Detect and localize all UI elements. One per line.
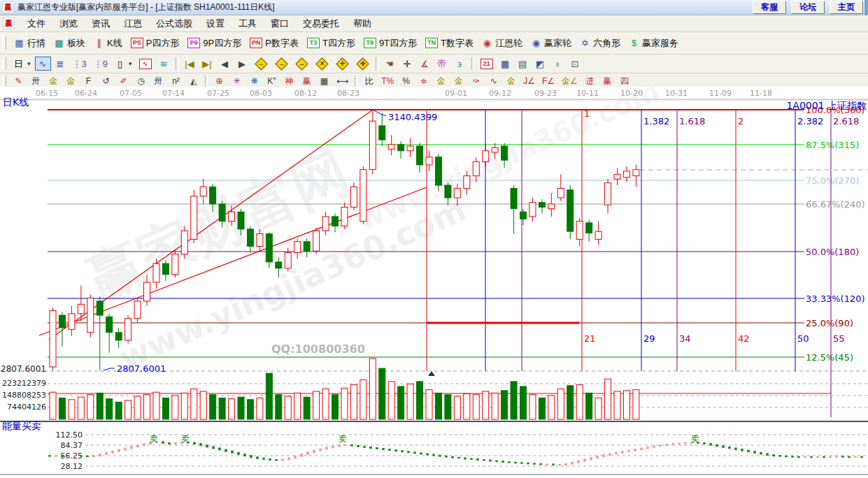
gold-lines-button[interactable]: 金	[450, 75, 467, 88]
gold-ray-button[interactable]: 金∠	[559, 75, 581, 88]
clock-circle-button[interactable]: ◷	[133, 75, 149, 88]
9p-square-button[interactable]: P99P四方形	[183, 35, 246, 52]
f-grid-button[interactable]: F	[80, 75, 97, 88]
chart-canvas[interactable]: 赢家财富网www.yingjia360.comwww.yingjia360.co…	[0, 87, 868, 478]
win-line-button[interactable]: 赢	[599, 75, 616, 88]
service-button[interactable]: 客服	[753, 1, 786, 14]
k-quote-button[interactable]: K″	[264, 75, 280, 88]
percent-button[interactable]: %	[398, 75, 414, 88]
fit-width-button[interactable]: ↔	[292, 57, 311, 71]
menu-item-1[interactable]: 浏览	[52, 16, 85, 31]
bars-3-button[interactable]: ⋮3	[70, 57, 90, 71]
gann-emperor-tool-button[interactable]: 帝	[434, 57, 450, 71]
first-bar-button[interactable]: |◀	[182, 57, 198, 71]
volume-bar	[417, 382, 423, 419]
p-number-button-icon: PN	[250, 38, 262, 48]
kline-button[interactable]: ∥K线	[90, 35, 127, 52]
calendar-button[interactable]: 21	[478, 57, 496, 71]
menu-item-9[interactable]: 帮助	[346, 16, 378, 31]
t-number-button[interactable]: TNT数字表	[421, 35, 478, 52]
toolbar-grip[interactable]	[2, 75, 6, 87]
gold-angle-button[interactable]: 金	[503, 75, 519, 88]
percent-lines-button[interactable]: ≑	[415, 75, 432, 88]
spiral-button[interactable]: ↺	[98, 75, 114, 88]
angle-tool-button[interactable]: ∡	[417, 57, 433, 71]
gold-grid-2-button[interactable]: 金	[63, 75, 79, 88]
menu-item-0[interactable]: 文件	[20, 16, 52, 31]
p-square-button[interactable]: PSP四方形	[127, 35, 184, 52]
last-bar-button[interactable]: ▶|	[199, 57, 215, 71]
info-doc-button[interactable]: ≣	[52, 57, 69, 71]
cycle-tool-button[interactable]: ϶	[452, 57, 468, 71]
histogram-button[interactable]: ≋	[156, 57, 172, 71]
gann-wheel-button[interactable]: ◉江恩轮	[478, 35, 527, 52]
four-line-button[interactable]: 四	[617, 75, 633, 88]
menu-item-8[interactable]: 交易委托	[296, 16, 346, 31]
pencil-chart-button[interactable]: ✐	[115, 75, 131, 88]
speed-line-button[interactable]: 进	[582, 75, 598, 88]
period-day-dropdown[interactable]: 日▾	[10, 57, 34, 71]
draw-pencil-button[interactable]: ✎	[10, 75, 27, 88]
target-circle-button[interactable]: ⊕	[211, 75, 227, 88]
menu-item-3[interactable]: 江恩	[117, 16, 149, 31]
t-percent-button[interactable]: T%	[378, 75, 397, 88]
toolbar-grip[interactable]	[2, 57, 6, 70]
calculator-button[interactable]: ▦	[497, 57, 513, 71]
f-line-button[interactable]: F∠	[539, 75, 557, 88]
hand-tool-button[interactable]: ☚	[382, 57, 398, 71]
fit-all-button[interactable]: ✜	[353, 57, 372, 71]
next-bar-button[interactable]: ▶	[234, 57, 250, 71]
ratio-button[interactable]: 比	[361, 75, 377, 88]
compress-button[interactable]: ✕	[313, 57, 332, 71]
winner-service-button[interactable]: $赢家服务	[625, 35, 683, 52]
gold-circle-button[interactable]: 金	[433, 75, 449, 88]
win-grid-button[interactable]: 赢	[299, 75, 315, 88]
gold-grid-1-button[interactable]: 金	[45, 75, 62, 88]
bars-9-button[interactable]: ⋮9	[91, 57, 111, 71]
fib-top-label: 1	[584, 108, 590, 119]
indicator-mark	[401, 450, 404, 452]
save-button[interactable]: ◩	[532, 57, 548, 71]
indicator-mark	[86, 456, 89, 458]
star-button[interactable]: ✳	[229, 75, 245, 88]
angle-line-button[interactable]: ◭	[185, 75, 201, 88]
grid-123-button[interactable]: ▦	[316, 75, 332, 88]
t-square-button[interactable]: T3T四方形	[303, 35, 360, 52]
zoom-left-button[interactable]: ←	[252, 57, 271, 71]
zoom-right-button[interactable]: →	[272, 57, 291, 71]
p-number-button[interactable]: PNP数字表	[246, 35, 303, 52]
grid-tool-1-button-icon: 卅	[31, 77, 41, 87]
9t-square-button[interactable]: T99T四方形	[360, 35, 421, 52]
menu-item-4[interactable]: 公式选股	[149, 16, 199, 31]
sector-button[interactable]: ▩板块	[50, 35, 90, 52]
home-button[interactable]: 主页	[830, 1, 863, 14]
brush-line-button[interactable]: ✑	[468, 75, 484, 88]
network-button[interactable]: ♁	[550, 57, 566, 71]
indicator-mark	[439, 455, 441, 457]
span-arrow-button[interactable]: ⟷	[334, 75, 351, 88]
wave-line-button[interactable]: ∿	[485, 75, 501, 88]
menu-item-6[interactable]: 工具	[232, 16, 264, 31]
grid-tool-2-button[interactable]: 卅	[150, 75, 166, 88]
menu-item-7[interactable]: 窗口	[264, 16, 296, 31]
menu-item-2[interactable]: 资讯	[85, 16, 117, 31]
remote-pc-button[interactable]: ⊡	[567, 57, 583, 71]
crosshair-tool-button[interactable]: ✛	[399, 57, 415, 71]
wave-chart-button[interactable]: ∿	[35, 57, 51, 71]
prev-bar-button[interactable]: ◀	[217, 57, 233, 71]
forum-button[interactable]: 论坛	[791, 1, 825, 14]
quote-button[interactable]: ▦行情	[10, 35, 50, 52]
notes-button[interactable]: ▤	[515, 57, 531, 71]
grid-star-button[interactable]: ❋	[246, 75, 262, 88]
j-line-button[interactable]: J∠	[520, 75, 538, 88]
n-square-button[interactable]: n²	[168, 75, 184, 88]
menu-item-5[interactable]: 设置	[199, 16, 232, 31]
toolbar-grip[interactable]	[2, 36, 6, 51]
shen-grid-button[interactable]: 神	[281, 75, 297, 88]
grid-tool-1-button[interactable]: 卅	[28, 75, 44, 88]
hexagon-button[interactable]: ✡六角形	[576, 35, 625, 52]
candle-style-dropdown[interactable]: ▯▾	[112, 57, 135, 71]
expand-button[interactable]: ✛	[333, 57, 352, 71]
red-wave-button[interactable]: ∿	[136, 57, 155, 71]
winner-wheel-button[interactable]: ◉赢家轮	[527, 35, 576, 52]
